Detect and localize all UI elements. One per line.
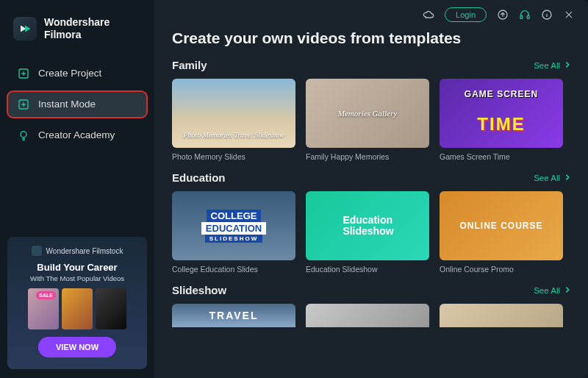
template-card[interactable]: Memories Gallery Family Happy Memories [306, 79, 429, 161]
lightbulb-icon [18, 129, 29, 141]
chevron-right-icon [564, 61, 570, 70]
template-thumb [306, 304, 429, 327]
promo-thumb [96, 288, 126, 329]
sidebar-item-label: Creator Academy [38, 129, 115, 140]
section-title: Slideshow [172, 284, 226, 296]
see-all-education[interactable]: See All [534, 174, 570, 182]
section-education: Education See All COLLEGE EDUCATION SLID… [172, 171, 570, 274]
section-family: Family See All Photo Memories Travel Sli… [172, 59, 570, 161]
brand-logo-icon [13, 17, 37, 40]
template-card[interactable]: Photo Memories Travel Slideshow Photo Me… [172, 79, 295, 161]
titlebar: Login [154, 0, 588, 26]
section-title: Education [172, 171, 226, 184]
template-card[interactable] [306, 304, 429, 327]
template-thumb: COLLEGE EDUCATION SLIDESHOW [172, 191, 295, 260]
promo-thumb: SALE [28, 288, 59, 329]
sidebar-item-instant-mode[interactable]: Instant Mode [7, 91, 147, 118]
svg-rect-5 [527, 15, 529, 18]
promo-images: SALE [15, 288, 140, 329]
template-thumb: ONLINE COURSE [440, 191, 563, 260]
template-label: Photo Memory Slides [172, 152, 295, 161]
plus-square-icon [18, 99, 29, 110]
see-all-slideshow[interactable]: See All [534, 286, 570, 295]
template-thumb: TRAVEL [172, 304, 295, 327]
template-thumb: Education Slideshow [306, 191, 429, 260]
template-thumb [440, 304, 563, 327]
template-card[interactable]: ONLINE COURSE Online Course Promo [440, 191, 563, 274]
cloud-icon[interactable] [423, 9, 434, 21]
page-title: Create your own videos from templates [172, 29, 570, 47]
promo-subtitle: With The Most Popular Videos [15, 274, 140, 282]
template-label: Online Course Promo [440, 265, 563, 274]
sidebar-item-create-project[interactable]: Create Project [7, 60, 147, 87]
headphones-icon[interactable] [519, 9, 531, 21]
chevron-right-icon [564, 286, 570, 295]
template-thumb: GAME SCREEN TIME [440, 79, 563, 148]
sidebar-item-label: Create Project [38, 68, 101, 79]
sidebar: Wondershare Filmora Create Project Insta… [0, 0, 154, 378]
content: Create your own videos from templates Fa… [154, 26, 588, 338]
close-icon[interactable] [563, 9, 575, 21]
template-card[interactable]: GAME SCREEN TIME Games Screen Time [440, 79, 563, 161]
template-thumb: Photo Memories Travel Slideshow [172, 79, 295, 148]
section-title: Family [172, 59, 207, 71]
promo-title: Build Your Career [15, 262, 140, 273]
template-label: Education Slideshow [306, 265, 429, 274]
sale-badge: SALE [36, 291, 56, 299]
template-card[interactable]: Education Slideshow Education Slideshow [306, 191, 429, 274]
plus-square-icon [18, 68, 29, 79]
promo-card[interactable]: Wondershare Filmstock Build Your Career … [7, 237, 147, 369]
template-card[interactable]: TRAVEL [172, 304, 295, 327]
upload-icon[interactable] [497, 9, 509, 21]
main-panel: Login Create your own videos from templa… [154, 0, 588, 378]
sidebar-nav: Create Project Instant Mode Creator Acad… [7, 60, 147, 149]
svg-point-2 [21, 131, 26, 137]
template-thumb: Memories Gallery [306, 79, 429, 148]
template-label: Games Screen Time [440, 152, 563, 161]
svg-rect-4 [520, 15, 523, 18]
filmstock-logo-icon [32, 246, 42, 256]
promo-thumb [62, 288, 93, 329]
template-card[interactable]: COLLEGE EDUCATION SLIDESHOW College Educ… [172, 191, 295, 274]
info-icon[interactable] [541, 9, 553, 21]
see-all-family[interactable]: See All [534, 61, 570, 70]
promo-brand: Wondershare Filmstock [15, 246, 140, 256]
brand: Wondershare Filmora [7, 9, 147, 56]
sidebar-item-label: Instant Mode [38, 99, 96, 110]
section-slideshow: Slideshow See All TRAVEL [172, 284, 570, 327]
template-card[interactable] [440, 304, 563, 327]
brand-name: Wondershare Filmora [44, 16, 110, 41]
chevron-right-icon [564, 174, 570, 182]
template-label: Family Happy Memories [306, 152, 429, 161]
template-label: College Education Slides [172, 265, 295, 274]
login-button[interactable]: Login [445, 7, 487, 22]
sidebar-item-creator-academy[interactable]: Creator Academy [7, 122, 147, 149]
promo-view-now-button[interactable]: VIEW NOW [38, 337, 116, 357]
